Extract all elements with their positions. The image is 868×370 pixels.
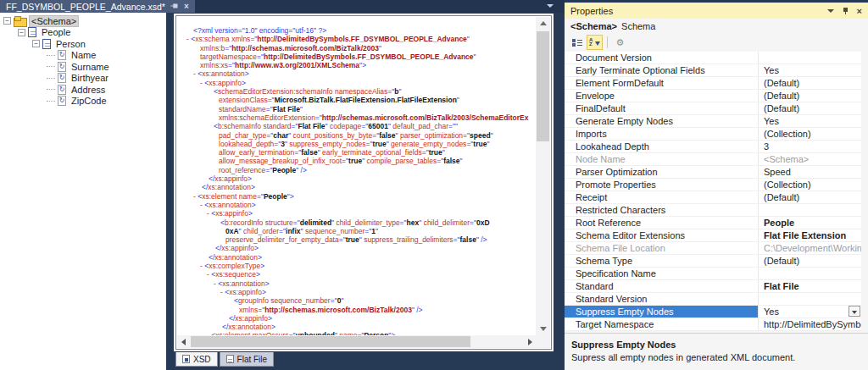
property-row[interactable]: Generate Empty NodesYes bbox=[565, 115, 861, 128]
property-row[interactable]: Envelope(Default) bbox=[565, 90, 861, 102]
property-value[interactable]: C:\Development\WorkingWith bbox=[759, 242, 861, 254]
property-value[interactable]: Yes bbox=[759, 64, 861, 76]
horizontal-scrollbar[interactable] bbox=[177, 335, 536, 348]
property-value[interactable]: <Schema> bbox=[759, 153, 861, 165]
property-value-text: Yes bbox=[764, 65, 779, 75]
window-position-icon[interactable] bbox=[827, 9, 834, 13]
pin-icon[interactable] bbox=[170, 3, 178, 11]
scroll-right-icon[interactable] bbox=[523, 335, 536, 348]
tree-item-surname[interactable]: Surname bbox=[0, 61, 166, 73]
tree-connector-line bbox=[47, 101, 55, 102]
property-value-text: (Default) bbox=[764, 103, 799, 113]
property-value[interactable]: (Collection) bbox=[759, 179, 861, 191]
tree-item-schema[interactable]: −<Schema> bbox=[0, 15, 166, 27]
property-row[interactable]: Specification Name bbox=[565, 268, 861, 280]
document-icon bbox=[28, 27, 36, 37]
properties-title-bar[interactable]: Properties × bbox=[565, 3, 868, 19]
property-row[interactable]: Suppress Empty NodesYes bbox=[565, 306, 861, 318]
property-row[interactable]: Promote Properties(Collection) bbox=[565, 179, 861, 191]
tree-item-label: <Schema> bbox=[29, 15, 79, 27]
property-pages-button[interactable]: ⚙ bbox=[612, 35, 628, 50]
property-value[interactable]: (Default) bbox=[759, 191, 861, 203]
document-icon bbox=[42, 39, 51, 49]
tree-item-person[interactable]: −Person bbox=[0, 38, 166, 50]
object-selector-dropdown[interactable]: <Schema> Schema bbox=[565, 19, 868, 33]
tree-item-name[interactable]: Name bbox=[0, 50, 166, 62]
property-row[interactable]: Schema File LocationC:\Development\Worki… bbox=[565, 242, 861, 255]
property-row[interactable]: Early Terminate Optional FieldsYes bbox=[565, 64, 861, 77]
tree-item-address[interactable]: Address bbox=[0, 84, 166, 96]
property-name: Root Reference bbox=[565, 217, 759, 229]
property-value[interactable] bbox=[759, 293, 861, 305]
pin-icon[interactable] bbox=[842, 7, 849, 15]
property-row[interactable]: Receipt(Default) bbox=[565, 191, 861, 204]
property-value[interactable]: (Default) bbox=[759, 255, 861, 267]
property-value[interactable]: Flat File bbox=[759, 280, 861, 292]
property-value[interactable]: (Default) bbox=[759, 102, 861, 114]
categorized-button[interactable] bbox=[569, 35, 585, 50]
collapse-expander-icon[interactable]: − bbox=[32, 40, 40, 47]
code-line: - <xs:appinfo> bbox=[185, 209, 536, 218]
vertical-scrollbar[interactable] bbox=[536, 17, 550, 335]
vertical-scroll-thumb[interactable] bbox=[537, 31, 549, 141]
property-grid: Document VersionEarly Terminate Optional… bbox=[565, 52, 861, 331]
property-value[interactable]: Yes bbox=[759, 115, 861, 127]
property-value[interactable]: Speed bbox=[759, 166, 861, 178]
close-icon[interactable]: × bbox=[857, 6, 862, 16]
property-row[interactable]: Schema Type(Default) bbox=[565, 255, 861, 268]
property-value[interactable]: http://DelimitedBySymbols.FF_ bbox=[759, 318, 861, 330]
property-row[interactable]: Element FormDefault(Default) bbox=[565, 77, 861, 90]
tree-connector-line bbox=[47, 78, 55, 79]
property-row[interactable]: Target Namespacehttp://DelimitedBySymbol… bbox=[565, 318, 861, 331]
tree-item-birthyear[interactable]: Birthyear bbox=[0, 73, 166, 85]
property-name: Receipt bbox=[565, 191, 759, 203]
property-row[interactable]: Standard Version bbox=[565, 293, 861, 306]
tree-item-zipcode[interactable]: ZipCode bbox=[0, 96, 166, 108]
property-value[interactable] bbox=[759, 268, 861, 279]
property-value-text: <Schema> bbox=[764, 154, 809, 164]
categorized-icon bbox=[572, 38, 582, 47]
property-value[interactable] bbox=[759, 204, 861, 216]
property-value[interactable]: (Default) bbox=[759, 77, 861, 89]
property-row[interactable]: Schema Editor ExtensionsFlat File Extens… bbox=[565, 229, 861, 242]
field-icon bbox=[58, 62, 66, 72]
property-row[interactable]: Parser OptimizationSpeed bbox=[565, 166, 861, 179]
alphabetical-sort-button[interactable] bbox=[587, 35, 603, 50]
property-row[interactable]: Root ReferencePeople bbox=[565, 217, 861, 229]
code-line: lookahead_depth="3" suppress_empty_nodes… bbox=[185, 140, 536, 148]
property-value-text: Speed bbox=[764, 167, 791, 177]
property-row[interactable]: Node Name<Schema> bbox=[565, 153, 861, 166]
property-value[interactable]: 3 bbox=[759, 141, 861, 152]
tab-flat-file-label: Flat File bbox=[237, 355, 268, 364]
property-value[interactable]: (Default) bbox=[759, 90, 861, 102]
property-value[interactable]: (Collection) bbox=[759, 128, 861, 140]
property-row[interactable]: Lookahead Depth3 bbox=[565, 141, 861, 153]
tab-list-dropdown-icon[interactable] bbox=[547, 4, 554, 8]
tab-flat-file[interactable]: Flat File bbox=[220, 352, 275, 367]
property-value[interactable] bbox=[759, 52, 861, 64]
close-icon[interactable]: × bbox=[184, 3, 189, 11]
property-row[interactable]: StandardFlat File bbox=[565, 280, 861, 293]
toolbar-separator bbox=[607, 36, 608, 48]
collapse-expander-icon[interactable]: − bbox=[18, 29, 25, 36]
property-row[interactable]: Restricted Characters bbox=[565, 204, 861, 217]
collapse-expander-icon[interactable]: − bbox=[3, 17, 11, 25]
xml-code: <?xml version="1.0" encoding="utf-16" ?>… bbox=[185, 26, 536, 335]
property-row[interactable]: Imports(Collection) bbox=[565, 128, 861, 141]
scroll-up-icon[interactable] bbox=[536, 17, 550, 30]
property-value[interactable]: People bbox=[759, 217, 861, 229]
tab-xsd[interactable]: XSD bbox=[175, 352, 218, 367]
horizontal-scroll-thumb[interactable] bbox=[191, 336, 470, 347]
property-row[interactable]: FinalDefault(Default) bbox=[565, 102, 861, 115]
property-name: Promote Properties bbox=[565, 179, 759, 191]
dropdown-arrow-icon[interactable] bbox=[849, 306, 860, 317]
document-tab[interactable]: FF_DSYMBOL_PEOPLE_Advance.xsd* × bbox=[0, 0, 195, 13]
tree-item-people[interactable]: −People bbox=[0, 27, 166, 39]
scroll-left-icon[interactable] bbox=[177, 335, 190, 348]
property-value[interactable]: Flat File Extension bbox=[759, 229, 861, 241]
property-name: Schema Type bbox=[565, 255, 759, 267]
property-value[interactable]: Yes bbox=[759, 306, 861, 318]
xml-editor-surface[interactable]: <?xml version="1.0" encoding="utf-16" ?>… bbox=[175, 15, 552, 350]
scroll-down-icon[interactable] bbox=[536, 323, 550, 335]
property-row[interactable]: Document Version bbox=[565, 52, 861, 64]
